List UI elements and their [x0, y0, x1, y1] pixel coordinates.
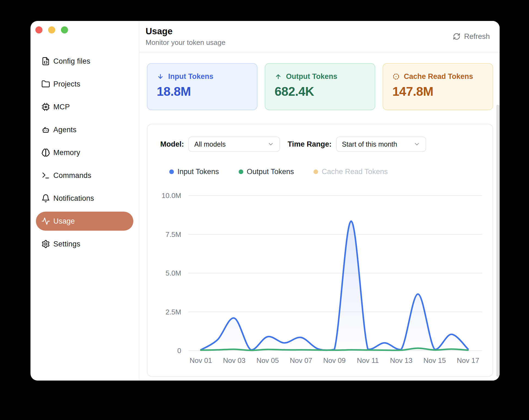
stat-card-cache-read-tokens: Cache Read Tokens 147.8M — [383, 63, 493, 110]
stat-card-value: 18.8M — [157, 84, 248, 99]
sidebar-item-label: Memory — [53, 149, 80, 157]
stat-card-output-tokens: Output Tokens 682.4K — [265, 63, 375, 110]
arrow-up-icon — [275, 73, 282, 80]
traffic-lights — [30, 21, 139, 39]
stat-card-input-tokens: Input Tokens 18.8M — [147, 63, 257, 110]
svg-text:Nov 15: Nov 15 — [423, 356, 446, 365]
svg-text:Nov 17: Nov 17 — [457, 356, 479, 365]
brain-icon — [41, 148, 50, 157]
sidebar-item-commands[interactable]: Commands — [36, 166, 133, 185]
sidebar-item-config-files[interactable]: Config files — [36, 52, 133, 71]
svg-text:Nov 11: Nov 11 — [357, 356, 379, 365]
sidebar-item-label: Config files — [53, 57, 90, 66]
folder-icon — [41, 80, 50, 88]
svg-text:Nov 13: Nov 13 — [390, 356, 412, 365]
scrollbar-thumb[interactable] — [496, 105, 499, 377]
svg-text:Nov 01: Nov 01 — [190, 356, 212, 365]
bell-icon — [41, 194, 50, 203]
time-range-select-value: Start of this month — [342, 140, 397, 148]
svg-text:10.0M: 10.0M — [162, 192, 181, 200]
sidebar-item-label: Agents — [53, 126, 76, 134]
stat-card-value: 682.4K — [275, 84, 365, 99]
legend-dot-output — [239, 169, 243, 174]
stat-card-value: 147.8M — [392, 84, 483, 99]
time-range-label: Time Range: — [288, 140, 332, 149]
screen: Config files Projects MCP — [0, 0, 529, 420]
header-text: Usage Monitor your token usage — [146, 26, 225, 47]
sidebar-item-mcp[interactable]: MCP — [36, 97, 133, 116]
file-code-icon — [41, 57, 50, 66]
sidebar-item-agents[interactable]: Agents — [36, 120, 133, 139]
chart-legend: Input Tokens Output Tokens Cache Read To… — [169, 168, 493, 176]
svg-text:Nov 05: Nov 05 — [256, 356, 279, 365]
close-button[interactable] — [35, 26, 42, 33]
zoom-button[interactable] — [61, 26, 68, 33]
sidebar-item-label: Settings — [53, 240, 80, 248]
minimize-button[interactable] — [48, 26, 55, 33]
stats-row: Input Tokens 18.8M Output Tokens 682.4K — [147, 63, 493, 110]
stat-card-label: Cache Read Tokens — [404, 72, 473, 81]
model-select[interactable]: All models — [188, 137, 280, 152]
refresh-icon — [453, 33, 460, 40]
time-range-select[interactable]: Start of this month — [336, 137, 426, 152]
svg-text:Nov 07: Nov 07 — [290, 356, 312, 365]
usage-chart-card: Model: All models Time Range: Start of t… — [147, 124, 493, 377]
stat-card-head: Cache Read Tokens — [392, 72, 483, 81]
chevron-down-icon — [267, 141, 274, 147]
svg-text:Nov 03: Nov 03 — [223, 356, 245, 365]
legend-item-output-tokens[interactable]: Output Tokens — [239, 168, 294, 176]
legend-item-cache-read-tokens[interactable]: Cache Read Tokens — [313, 168, 388, 176]
legend-label: Cache Read Tokens — [322, 168, 388, 176]
sidebar-item-label: Usage — [53, 217, 75, 226]
chart-controls: Model: All models Time Range: Start of t… — [160, 137, 493, 152]
refresh-button[interactable]: Refresh — [451, 32, 491, 41]
sidebar-item-label: Commands — [53, 171, 91, 180]
stat-card-head: Input Tokens — [157, 72, 248, 81]
sidebar-item-memory[interactable]: Memory — [36, 143, 133, 162]
content: Input Tokens 18.8M Output Tokens 682.4K — [139, 53, 500, 381]
sidebar-item-settings[interactable]: Settings — [36, 234, 133, 254]
page-header: Usage Monitor your token usage Refresh — [139, 21, 500, 53]
page-title: Usage — [146, 26, 225, 36]
legend-dot-input — [169, 169, 174, 174]
usage-line-chart: 02.5M5.0M7.5M10.0MNov 01Nov 03Nov 05Nov … — [152, 184, 488, 369]
dashed-circle-icon — [392, 73, 400, 80]
svg-text:5.0M: 5.0M — [165, 269, 181, 277]
legend-label: Input Tokens — [177, 168, 219, 176]
svg-text:Nov 09: Nov 09 — [323, 356, 346, 365]
chevron-down-icon — [414, 141, 420, 147]
main-panel: Usage Monitor your token usage Refresh I — [139, 21, 500, 381]
gear-icon — [41, 240, 50, 248]
sidebar-item-usage[interactable]: Usage — [36, 212, 133, 231]
sidebar: Config files Projects MCP — [30, 21, 139, 381]
robot-icon — [41, 125, 50, 134]
legend-item-input-tokens[interactable]: Input Tokens — [169, 168, 219, 176]
sidebar-item-label: MCP — [53, 103, 70, 111]
svg-text:2.5M: 2.5M — [165, 308, 181, 316]
legend-label: Output Tokens — [247, 168, 294, 176]
stat-card-label: Input Tokens — [168, 72, 213, 81]
stat-card-head: Output Tokens — [275, 72, 365, 81]
svg-text:0: 0 — [177, 347, 181, 355]
chip-icon — [41, 103, 50, 111]
svg-text:7.5M: 7.5M — [165, 230, 181, 239]
legend-dot-cache — [313, 169, 318, 174]
refresh-label: Refresh — [464, 32, 490, 41]
model-label: Model: — [160, 140, 184, 149]
arrow-down-icon — [157, 73, 164, 80]
sidebar-nav: Config files Projects MCP — [30, 39, 139, 257]
sidebar-item-projects[interactable]: Projects — [36, 75, 133, 94]
app-window: Config files Projects MCP — [30, 21, 500, 381]
terminal-icon — [41, 171, 50, 180]
stat-card-label: Output Tokens — [286, 72, 337, 81]
model-select-value: All models — [194, 140, 226, 148]
sidebar-item-label: Notifications — [53, 194, 94, 203]
sidebar-item-notifications[interactable]: Notifications — [36, 189, 133, 208]
page-subtitle: Monitor your token usage — [146, 38, 225, 47]
sidebar-item-label: Projects — [53, 80, 80, 88]
activity-icon — [41, 217, 50, 226]
